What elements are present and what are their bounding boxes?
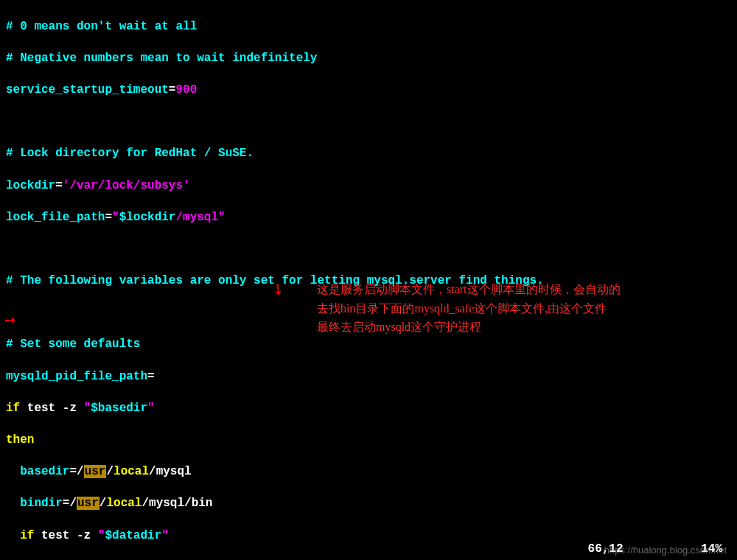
quote: " [112,211,119,224]
watermark: https://hualong.blog.csdn.net [604,545,727,556]
highlight-usr: usr [84,465,107,478]
quote: " [98,529,105,542]
quote: " [161,529,169,542]
op: =/ [63,497,77,510]
op: = [147,370,155,383]
var-ref: $basedir [91,402,147,415]
keyword-then: then [6,433,34,447]
var-name: service_startup_timeout [6,83,169,97]
number: 900 [175,83,197,97]
annotation-line: 最终去启动mysqld这个守护进程 [317,318,730,337]
op: = [105,211,112,224]
path: /mysql [149,465,192,478]
path: local [106,497,142,510]
string: '/var/lock/subsys' [63,179,190,192]
slash: / [99,497,107,510]
string: /mysql [175,211,218,224]
var-name: mysqld_pid_file_path [6,370,147,383]
var-name: lock_file_path [6,211,105,224]
path: local [113,465,149,478]
annotation-overlay: 这是服务启动脚本文件，start这个脚本里的时候，会自动的 去找bin目录下面的… [317,280,730,337]
comment: # Lock directory for RedHat / SuSE. [6,147,254,160]
op: =/ [69,465,83,478]
quote: " [218,211,226,224]
var-name: lockdir [6,179,55,192]
comment: # Set some defaults [6,337,140,351]
var-ref: $lockdir [119,211,176,224]
quote: " [147,402,155,415]
slash: / [106,465,113,478]
quote: " [84,402,91,415]
annotation-line: 去找bin目录下面的mysqld_safe这个脚本文件,由这个文件 [317,299,730,318]
path: /mysql/bin [142,497,212,510]
comment: # 0 means don't wait at all [6,20,197,33]
text: test -z [34,529,97,542]
comment: # Negative numbers mean to wait indefini… [6,52,317,65]
var-ref: $datadir [105,529,161,542]
op: = [169,83,176,97]
var-name: bindir [6,497,63,510]
keyword-if: if [6,529,34,542]
text: test -z [20,402,83,415]
annotation-line: 这是服务启动脚本文件，start这个脚本里的时候，会自动的 [317,280,730,299]
op: = [55,179,63,192]
var-name: basedir [6,465,69,478]
highlight-usr: usr [77,497,99,510]
keyword-if: if [6,402,20,415]
